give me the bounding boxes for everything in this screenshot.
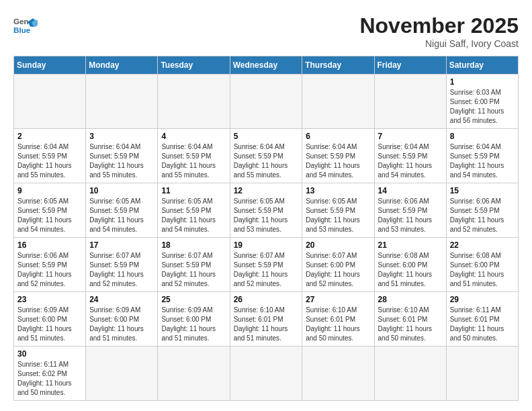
calendar-cell: 26Sunrise: 6:10 AMSunset: 6:01 PMDayligh… bbox=[230, 292, 302, 347]
calendar-cell: 11Sunrise: 6:05 AMSunset: 5:59 PMDayligh… bbox=[158, 183, 230, 238]
day-info: Sunrise: 6:05 AMSunset: 5:59 PMDaylight:… bbox=[306, 197, 370, 234]
calendar-cell: 1Sunrise: 6:03 AMSunset: 6:00 PMDaylight… bbox=[446, 75, 518, 129]
svg-text:Blue: Blue bbox=[13, 26, 31, 34]
calendar-cell: 27Sunrise: 6:10 AMSunset: 6:01 PMDayligh… bbox=[302, 292, 374, 347]
location: Nigui Saff, Ivory Coast bbox=[359, 38, 519, 49]
day-number: 29 bbox=[450, 295, 515, 304]
weekday-header: Tuesday bbox=[158, 56, 230, 75]
day-number: 4 bbox=[161, 132, 226, 141]
day-info: Sunrise: 6:08 AMSunset: 6:00 PMDaylight:… bbox=[378, 251, 443, 289]
weekday-header: Monday bbox=[86, 56, 158, 75]
day-number: 23 bbox=[17, 295, 82, 304]
calendar-cell bbox=[374, 347, 446, 401]
day-info: Sunrise: 6:04 AMSunset: 5:59 PMDaylight:… bbox=[450, 142, 515, 180]
calendar-week-row: 30Sunrise: 6:11 AMSunset: 6:02 PMDayligh… bbox=[14, 347, 519, 401]
day-info: Sunrise: 6:04 AMSunset: 5:59 PMDaylight:… bbox=[306, 142, 370, 180]
day-number: 3 bbox=[89, 132, 154, 141]
calendar-cell: 15Sunrise: 6:06 AMSunset: 5:59 PMDayligh… bbox=[446, 183, 518, 238]
day-number: 26 bbox=[234, 295, 299, 304]
day-info: Sunrise: 6:04 AMSunset: 5:59 PMDaylight:… bbox=[378, 142, 443, 180]
calendar-cell: 10Sunrise: 6:05 AMSunset: 5:59 PMDayligh… bbox=[86, 183, 158, 238]
month-title: November 2025 bbox=[359, 13, 519, 38]
day-number: 10 bbox=[89, 186, 154, 195]
day-info: Sunrise: 6:05 AMSunset: 5:59 PMDaylight:… bbox=[161, 197, 226, 234]
calendar-cell: 13Sunrise: 6:05 AMSunset: 5:59 PMDayligh… bbox=[302, 183, 374, 238]
day-info: Sunrise: 6:07 AMSunset: 5:59 PMDaylight:… bbox=[89, 251, 154, 289]
calendar-cell: 7Sunrise: 6:04 AMSunset: 5:59 PMDaylight… bbox=[374, 129, 446, 183]
calendar-cell: 14Sunrise: 6:06 AMSunset: 5:59 PMDayligh… bbox=[374, 183, 446, 238]
day-info: Sunrise: 6:10 AMSunset: 6:01 PMDaylight:… bbox=[306, 306, 370, 343]
calendar-cell: 12Sunrise: 6:05 AMSunset: 5:59 PMDayligh… bbox=[230, 183, 302, 238]
calendar-week-row: 16Sunrise: 6:06 AMSunset: 5:59 PMDayligh… bbox=[14, 238, 519, 292]
day-info: Sunrise: 6:04 AMSunset: 5:59 PMDaylight:… bbox=[234, 142, 299, 180]
day-number: 11 bbox=[161, 186, 226, 195]
logo: General Blue bbox=[13, 13, 38, 38]
day-info: Sunrise: 6:08 AMSunset: 6:00 PMDaylight:… bbox=[450, 251, 515, 289]
calendar-cell: 16Sunrise: 6:06 AMSunset: 5:59 PMDayligh… bbox=[14, 238, 86, 292]
day-info: Sunrise: 6:03 AMSunset: 6:00 PMDaylight:… bbox=[450, 88, 515, 126]
day-info: Sunrise: 6:07 AMSunset: 5:59 PMDaylight:… bbox=[234, 251, 299, 289]
day-info: Sunrise: 6:10 AMSunset: 6:01 PMDaylight:… bbox=[378, 306, 443, 343]
calendar-cell: 19Sunrise: 6:07 AMSunset: 5:59 PMDayligh… bbox=[230, 238, 302, 292]
day-number: 9 bbox=[17, 186, 82, 195]
calendar-week-row: 1Sunrise: 6:03 AMSunset: 6:00 PMDaylight… bbox=[14, 75, 519, 129]
day-number: 15 bbox=[450, 186, 515, 195]
day-number: 19 bbox=[234, 240, 299, 250]
calendar-cell bbox=[374, 75, 446, 129]
calendar-cell bbox=[14, 75, 86, 129]
day-number: 27 bbox=[306, 295, 370, 304]
day-number: 24 bbox=[89, 295, 154, 304]
calendar-cell bbox=[302, 75, 374, 129]
day-info: Sunrise: 6:06 AMSunset: 5:59 PMDaylight:… bbox=[378, 197, 443, 234]
day-number: 7 bbox=[378, 132, 443, 141]
day-info: Sunrise: 6:09 AMSunset: 6:00 PMDaylight:… bbox=[89, 306, 154, 343]
day-number: 21 bbox=[378, 240, 443, 250]
calendar-cell: 9Sunrise: 6:05 AMSunset: 5:59 PMDaylight… bbox=[14, 183, 86, 238]
calendar-cell bbox=[230, 75, 302, 129]
day-number: 1 bbox=[450, 77, 515, 87]
day-number: 20 bbox=[306, 240, 370, 250]
weekday-header: Wednesday bbox=[230, 56, 302, 75]
day-info: Sunrise: 6:04 AMSunset: 5:59 PMDaylight:… bbox=[89, 142, 154, 180]
day-info: Sunrise: 6:10 AMSunset: 6:01 PMDaylight:… bbox=[234, 306, 299, 343]
calendar-cell bbox=[86, 347, 158, 401]
calendar-cell: 18Sunrise: 6:07 AMSunset: 5:59 PMDayligh… bbox=[158, 238, 230, 292]
calendar-cell: 24Sunrise: 6:09 AMSunset: 6:00 PMDayligh… bbox=[86, 292, 158, 347]
day-number: 25 bbox=[161, 295, 226, 304]
calendar-cell: 29Sunrise: 6:11 AMSunset: 6:01 PMDayligh… bbox=[446, 292, 518, 347]
calendar-cell bbox=[230, 347, 302, 401]
day-number: 17 bbox=[89, 240, 154, 250]
day-info: Sunrise: 6:05 AMSunset: 5:59 PMDaylight:… bbox=[89, 197, 154, 234]
calendar-header-row: SundayMondayTuesdayWednesdayThursdayFrid… bbox=[14, 56, 519, 75]
calendar-cell bbox=[158, 347, 230, 401]
weekday-header: Sunday bbox=[14, 56, 86, 75]
calendar-cell: 25Sunrise: 6:09 AMSunset: 6:00 PMDayligh… bbox=[158, 292, 230, 347]
day-info: Sunrise: 6:04 AMSunset: 5:59 PMDaylight:… bbox=[161, 142, 226, 180]
calendar-cell: 3Sunrise: 6:04 AMSunset: 5:59 PMDaylight… bbox=[86, 129, 158, 183]
day-number: 5 bbox=[234, 132, 299, 141]
day-number: 30 bbox=[17, 349, 82, 359]
calendar-week-row: 23Sunrise: 6:09 AMSunset: 6:00 PMDayligh… bbox=[14, 292, 519, 347]
weekday-header: Friday bbox=[374, 56, 446, 75]
day-number: 12 bbox=[234, 186, 299, 195]
day-info: Sunrise: 6:06 AMSunset: 5:59 PMDaylight:… bbox=[450, 197, 515, 234]
calendar-cell: 20Sunrise: 6:07 AMSunset: 6:00 PMDayligh… bbox=[302, 238, 374, 292]
day-info: Sunrise: 6:04 AMSunset: 5:59 PMDaylight:… bbox=[17, 142, 82, 180]
calendar-cell: 30Sunrise: 6:11 AMSunset: 6:02 PMDayligh… bbox=[14, 347, 86, 401]
calendar-cell: 4Sunrise: 6:04 AMSunset: 5:59 PMDaylight… bbox=[158, 129, 230, 183]
day-info: Sunrise: 6:11 AMSunset: 6:01 PMDaylight:… bbox=[450, 306, 515, 343]
day-number: 8 bbox=[450, 132, 515, 141]
day-info: Sunrise: 6:05 AMSunset: 5:59 PMDaylight:… bbox=[17, 197, 82, 234]
calendar-week-row: 2Sunrise: 6:04 AMSunset: 5:59 PMDaylight… bbox=[14, 129, 519, 183]
day-info: Sunrise: 6:07 AMSunset: 5:59 PMDaylight:… bbox=[161, 251, 226, 289]
calendar-cell bbox=[158, 75, 230, 129]
calendar-cell: 2Sunrise: 6:04 AMSunset: 5:59 PMDaylight… bbox=[14, 129, 86, 183]
title-block: November 2025 Nigui Saff, Ivory Coast bbox=[359, 13, 519, 49]
logo-icon: General Blue bbox=[13, 13, 38, 38]
calendar-cell: 6Sunrise: 6:04 AMSunset: 5:59 PMDaylight… bbox=[302, 129, 374, 183]
day-number: 13 bbox=[306, 186, 370, 195]
day-info: Sunrise: 6:09 AMSunset: 6:00 PMDaylight:… bbox=[161, 306, 226, 343]
calendar-cell bbox=[302, 347, 374, 401]
day-number: 6 bbox=[306, 132, 370, 141]
day-number: 28 bbox=[378, 295, 443, 304]
